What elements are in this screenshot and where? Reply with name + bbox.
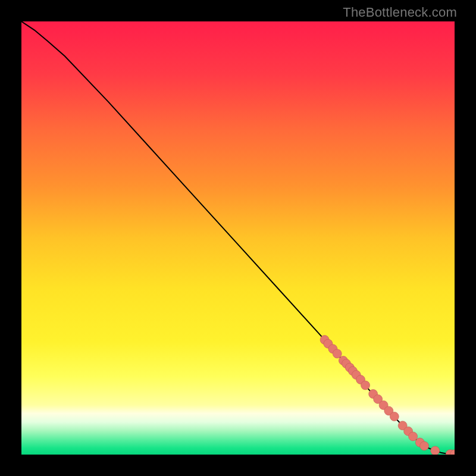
marker-point [431, 446, 440, 455]
plot-area [21, 21, 455, 455]
marker-point [420, 441, 429, 450]
gradient-background [21, 21, 455, 455]
marker-point [409, 432, 418, 441]
chart-stage: TheBottleneck.com [0, 0, 476, 476]
marker-point [333, 349, 342, 358]
marker-point [361, 381, 370, 390]
attribution-text: TheBottleneck.com [343, 5, 457, 20]
marker-point [390, 412, 399, 421]
plot-svg [21, 21, 455, 455]
